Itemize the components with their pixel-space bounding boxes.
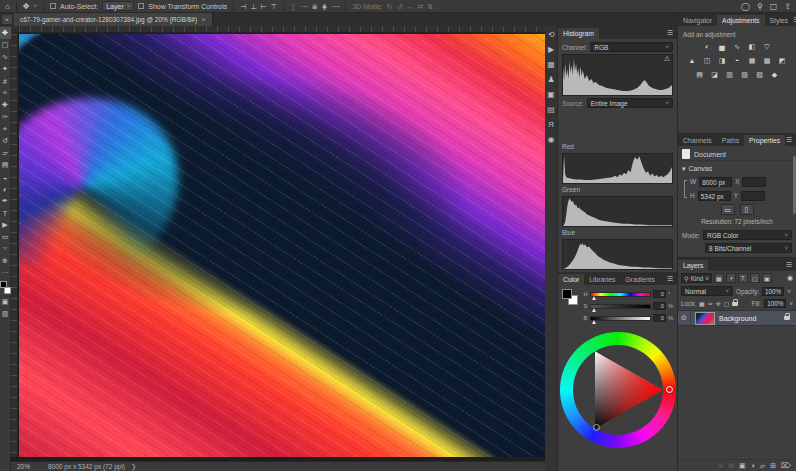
auto-select-dropdown[interactable]: Layer ˅ [102,1,134,11]
account-icon[interactable]: ◯ [741,0,750,13]
share-icon[interactable]: ⇪ [784,0,791,13]
tab-libraries[interactable]: Libraries [584,274,620,285]
lasso-tool-icon[interactable]: ∿ [0,51,11,63]
history-brush-tool-icon[interactable]: ↺ [0,135,11,147]
pen-tool-icon[interactable]: ✒ [0,195,11,207]
link-dimensions-icon[interactable] [684,180,687,198]
clone-source-panel-icon[interactable]: ◉ [548,136,555,144]
cached-data-warning-icon[interactable]: ⚠ [664,55,670,63]
document-tab[interactable]: c67-79-gamer-and-creator-1280307384.jpg … [14,13,213,26]
home-icon[interactable]: ⌂ [5,0,10,13]
history-panel-icon[interactable]: ⟲ [548,31,555,39]
brightness-contrast-icon[interactable]: ◐ [702,42,713,51]
layer-row-background[interactable]: ⊙ Background [678,310,796,326]
close-icon[interactable]: × [201,15,206,24]
posterize-icon[interactable]: ▤ [694,70,705,79]
width-field[interactable]: 8000 px [699,177,732,187]
tab-gradients[interactable]: Gradients [620,274,659,285]
foreground-color-swatch[interactable] [0,281,7,288]
shape-tool-icon[interactable]: ▭ [0,231,11,243]
type-tool-icon[interactable]: T [0,207,11,219]
vibrance-icon[interactable]: ▽ [762,42,773,51]
layer-filter-dropdown[interactable]: ⚲ Kind ˅ [681,273,712,283]
tab-properties[interactable]: Properties [744,135,785,146]
object-selection-tool-icon[interactable]: ✦ [0,63,11,75]
color-wheel[interactable] [560,332,676,448]
brush-tool-icon[interactable]: ✑ [0,111,11,123]
paragraph-panel-icon[interactable]: ▤ [547,106,555,114]
solid-color-icon[interactable]: ◆ [769,70,780,79]
brightness-slider[interactable] [590,316,651,321]
filter-type-layers-icon[interactable]: T [738,273,748,283]
lock-transparency-icon[interactable]: ▦ [699,300,705,307]
workspace-switcher-icon[interactable]: ▢ [770,0,778,13]
libraries-panel-icon[interactable]: ♟ [547,76,554,84]
glyphs-panel-icon[interactable]: Я [548,121,554,129]
marquee-tool-icon[interactable]: ▢ [0,39,11,51]
edit-toolbar-icon[interactable]: ⋯ [0,267,11,279]
filter-smart-objects-icon[interactable]: ▣ [762,273,772,283]
new-layer-icon[interactable]: ⊞ [770,461,776,471]
crop-tool-icon[interactable]: # [0,75,11,87]
lock-artboard-icon[interactable]: ▢ [724,300,730,307]
new-group-icon[interactable]: ▱ [760,461,765,471]
canvas-image[interactable] [19,34,545,457]
photo-filter-icon[interactable]: ◓ [732,56,743,65]
invert-icon[interactable]: ◩ [777,56,788,65]
distribute-heights-icon[interactable]: ≣ [312,0,318,13]
zoom-tool-icon[interactable]: ⊕ [0,255,11,267]
align-top-icon[interactable]: ⊤ [271,0,277,13]
gradient-map-icon[interactable]: ▥ [724,70,735,79]
clone-stamp-tool-icon[interactable]: ⌖ [0,123,11,135]
height-field[interactable]: 5342 px [698,191,731,201]
bit-depth-dropdown[interactable]: 8 Bits/Channel ˅ [705,243,792,253]
tab-styles[interactable]: Styles [765,15,794,26]
3d-roll-icon[interactable]: ↺ [397,0,403,13]
filter-adjustment-layers-icon[interactable]: ◑ [726,273,736,283]
lock-image-icon[interactable]: ✑ [708,300,713,307]
tab-navigator[interactable]: Navigator [678,15,717,26]
filter-shape-layers-icon[interactable]: ▢ [750,273,760,283]
collapse-tabs-icon[interactable]: « [2,15,12,24]
pattern-fill-icon[interactable]: ▧ [754,70,765,79]
more-options-icon[interactable]: ⋯ [331,0,339,13]
layer-name[interactable]: Background [719,315,756,322]
tab-color[interactable]: Color [558,274,584,285]
lock-all-icon[interactable] [732,302,738,306]
hue-saturation-icon[interactable]: ▲ [687,56,698,65]
layer-thumbnail[interactable] [695,312,715,325]
panel-menu-icon[interactable]: ☰ [667,29,677,39]
portrait-orientation-icon[interactable]: ▯ [740,204,754,215]
slider-thumb[interactable] [592,320,596,324]
hand-tool-icon[interactable]: ☞ [0,243,11,255]
section-caret-icon[interactable]: ▾ [682,165,686,173]
3d-slide-icon[interactable]: ⇄ [418,0,424,13]
zoom-level[interactable]: 20% [17,463,30,470]
black-white-icon[interactable]: ◨ [717,56,728,65]
fill-field[interactable]: 100% [764,299,786,308]
blur-tool-icon[interactable]: ◒ [0,171,11,183]
actions-panel-icon[interactable]: ▶ [548,46,554,54]
x-field[interactable] [742,177,766,187]
color-lookup-icon[interactable]: ▩ [762,56,773,65]
opacity-field[interactable]: 100% [762,287,784,296]
brightness-value[interactable]: 0 [653,314,666,322]
color-balance-icon[interactable]: ◫ [702,56,713,65]
layer-visibility-eye-icon[interactable]: ⊙ [678,310,691,326]
eraser-tool-icon[interactable]: ▱ [0,147,11,159]
color-mode-dropdown[interactable]: RGB Color ˅ [703,230,792,240]
channel-mixer-icon[interactable]: ▦ [747,56,758,65]
hue-indicator[interactable] [666,386,673,393]
move-tool-preset-icon[interactable]: ✥ [23,0,30,13]
path-selection-tool-icon[interactable]: ▶ [0,219,11,231]
quick-mask-icon[interactable]: ▣ [0,296,11,308]
blend-mode-dropdown[interactable]: Normal ˅ [681,286,733,296]
landscape-orientation-icon[interactable]: ▭ [721,204,735,215]
chevron-down-icon[interactable]: ˅ [34,3,38,9]
layer-lock-icon[interactable] [784,316,790,320]
tab-paths[interactable]: Paths [717,135,744,146]
add-mask-icon[interactable]: ▣ [739,461,746,471]
distribute-widths-icon[interactable]: ⋕ [322,0,328,13]
saturation-slider[interactable] [590,304,651,309]
character-panel-icon[interactable]: ▣ [547,91,555,99]
